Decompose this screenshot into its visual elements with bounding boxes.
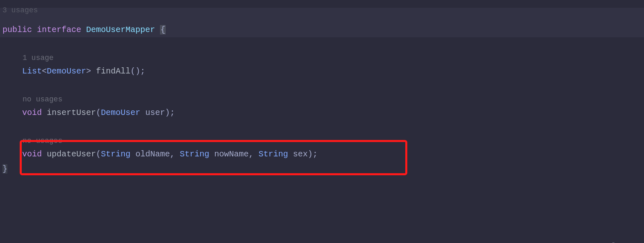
usage-hint-updateuser: no usages (0, 135, 644, 147)
method-findall: List<DemoUser> findAll(); (0, 64, 644, 79)
method-insertuser: void insertUser(DemoUser user); (0, 105, 644, 120)
open-brace: { (160, 25, 166, 34)
method-name-updateuser: updateUser (47, 149, 96, 159)
interface-declaration-line: public interface DemoUserMapper { (0, 8, 644, 37)
return-type-void-2: void (22, 149, 42, 159)
param-name-nowname: nowName (214, 149, 249, 159)
param-name-oldname: oldName (135, 149, 170, 159)
return-type-inner: DemoUser (47, 66, 86, 76)
param-type-string-3: String (258, 149, 288, 159)
close-brace-line: } (0, 162, 644, 177)
return-type-list: List (22, 66, 42, 76)
param-name-sex: sex (293, 149, 308, 159)
usage-hint-findall: 1 usage (0, 52, 644, 64)
close-brace: } (2, 164, 7, 174)
method-updateuser: void updateUser(String oldName, String n… (0, 147, 644, 162)
method-name-findall: findAll (96, 66, 130, 76)
param-type-string-1: String (101, 149, 130, 159)
keyword-interface: interface (37, 25, 81, 34)
class-name: DemoUserMapper (86, 25, 155, 34)
usage-hint-insertuser: no usages (0, 93, 644, 105)
method-name-insertuser: insertUser (47, 108, 96, 117)
param-name-user: user (145, 108, 165, 117)
return-type-void: void (22, 108, 42, 117)
keyword-public: public (2, 25, 32, 34)
usage-hint-class: 3 usages (0, 4, 38, 16)
code-editor[interactable]: 3 usages public interface DemoUserMapper… (0, 8, 644, 243)
param-type-string-2: String (180, 149, 209, 159)
param-type-demouser: DemoUser (101, 108, 140, 117)
